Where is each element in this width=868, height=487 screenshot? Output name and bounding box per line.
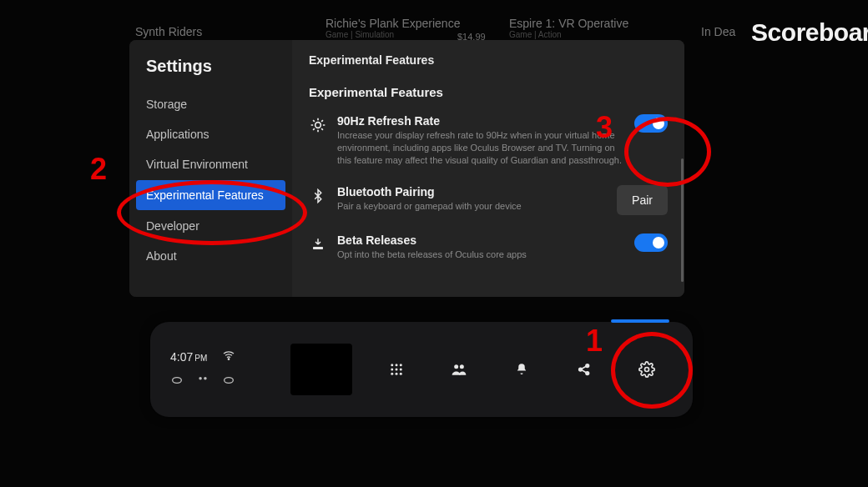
clock-ampm: PM [194, 354, 207, 363]
svg-line-6 [321, 128, 323, 130]
sidebar-item-virtual-environment[interactable]: Virtual Environment [129, 149, 292, 179]
brightness-icon [309, 116, 327, 134]
svg-line-8 [321, 120, 323, 122]
svg-point-13 [204, 377, 207, 380]
bg-card-sub: Game | Action [509, 30, 628, 39]
svg-point-25 [460, 364, 464, 369]
svg-point-10 [229, 359, 230, 359]
svg-point-12 [199, 377, 202, 380]
section-title: Experimental Features [309, 85, 673, 99]
bg-card: In Dea [701, 25, 735, 38]
sidebar-item-applications[interactable]: Applications [129, 119, 292, 149]
controller-icon [195, 374, 210, 389]
svg-point-11 [173, 378, 182, 384]
settings-gear-icon[interactable] [635, 358, 659, 381]
sidebar-item-experimental-features[interactable]: Experimental Features [136, 180, 285, 210]
share-icon[interactable] [573, 358, 596, 381]
feature-body: Bluetooth Pairing Pair a keyboard or gam… [337, 185, 607, 213]
sidebar-item-storage[interactable]: Storage [129, 89, 292, 119]
feature-body: 90Hz Refresh Rate Increase your display … [337, 114, 624, 167]
headset-alt-icon [222, 374, 235, 390]
bg-card-title: Espire 1: VR Operative [509, 17, 628, 30]
dock: 4:07PM [150, 322, 693, 417]
svg-point-15 [391, 364, 394, 366]
feature-desc: Increase your display refresh rate to 90… [337, 129, 624, 167]
svg-line-29 [582, 366, 586, 369]
svg-point-20 [400, 369, 402, 371]
feature-row-beta: Beta Releases Opt into the beta releases… [309, 233, 673, 261]
wifi-icon [222, 349, 235, 365]
feature-title: Bluetooth Pairing [337, 185, 607, 198]
svg-line-5 [313, 120, 315, 122]
dock-active-indicator [611, 319, 669, 323]
headset-icon [170, 374, 184, 390]
sidebar-item-developer[interactable]: Developer [129, 211, 292, 241]
feature-action: Pair [617, 185, 673, 215]
svg-point-22 [396, 373, 398, 375]
svg-point-23 [400, 373, 402, 375]
bg-card-title: In Dea [701, 25, 735, 38]
bg-card-title: Richie's Plank Experience [326, 17, 460, 30]
feature-action [634, 233, 673, 252]
svg-point-17 [400, 364, 402, 366]
svg-point-18 [391, 369, 394, 371]
feature-action [634, 114, 673, 133]
feature-desc: Opt into the beta releases of Oculus cor… [337, 249, 624, 261]
dock-profile-tile[interactable] [290, 344, 352, 395]
settings-panel: Settings Storage Applications Virtual En… [129, 40, 684, 297]
svg-point-21 [391, 373, 394, 375]
feature-title: Beta Releases [337, 233, 624, 247]
svg-line-30 [582, 370, 586, 373]
settings-content: Experimental Features Experimental Featu… [292, 40, 684, 297]
svg-point-0 [315, 123, 321, 128]
feature-title: 90Hz Refresh Rate [337, 114, 624, 128]
feature-desc: Pair a keyboard or gamepad with your dev… [337, 200, 607, 213]
svg-point-19 [396, 369, 398, 371]
bg-card: Espire 1: VR Operative Game | Action [509, 17, 628, 39]
bg-card-sub: Game | Simulation [326, 30, 460, 39]
bluetooth-icon [309, 187, 327, 205]
svg-point-16 [396, 364, 398, 366]
bg-card: Synth Riders [135, 25, 202, 38]
svg-line-7 [313, 128, 315, 130]
scoreboard-text: Scoreboar [751, 18, 868, 47]
dock-status-icons [170, 374, 287, 390]
download-icon [309, 235, 327, 254]
people-icon[interactable] [447, 358, 471, 381]
feature-row-refresh-rate: 90Hz Refresh Rate Increase your display … [309, 114, 673, 167]
clock-time: 4:07 [170, 350, 193, 364]
svg-point-24 [454, 364, 458, 369]
svg-point-31 [644, 368, 648, 372]
settings-sidebar: Settings Storage Applications Virtual En… [129, 40, 292, 297]
svg-point-14 [225, 378, 234, 384]
scrollbar[interactable] [681, 158, 684, 282]
breadcrumb: Experimental Features [309, 53, 673, 67]
refresh-rate-toggle[interactable] [634, 114, 668, 133]
feature-row-bluetooth: Bluetooth Pairing Pair a keyboard or gam… [309, 185, 673, 215]
bg-card: Richie's Plank Experience Game | Simulat… [326, 17, 460, 39]
apps-icon[interactable] [385, 358, 408, 381]
sidebar-item-about[interactable]: About [129, 241, 292, 271]
svg-rect-9 [313, 247, 323, 249]
annotation-label-2: 2 [90, 152, 107, 187]
dock-status-area: 4:07PM [150, 349, 287, 390]
settings-title: Settings [129, 48, 292, 89]
bg-card-title: Synth Riders [135, 25, 202, 38]
bell-icon[interactable] [510, 358, 533, 381]
beta-releases-toggle[interactable] [634, 233, 668, 252]
dock-nav-icons [362, 358, 693, 381]
clock: 4:07PM [170, 350, 207, 364]
pair-button[interactable]: Pair [617, 185, 668, 215]
feature-body: Beta Releases Opt into the beta releases… [337, 233, 624, 261]
